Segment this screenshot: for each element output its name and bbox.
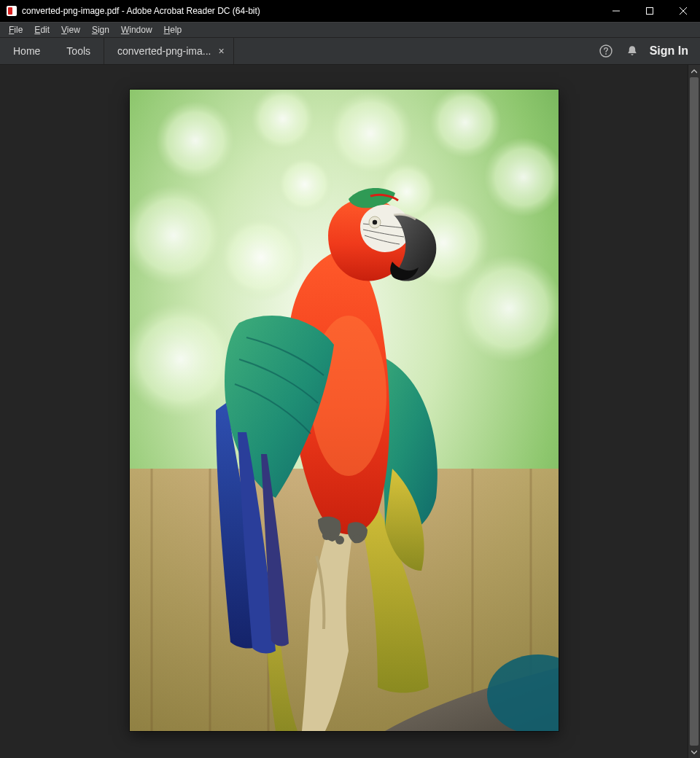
window-title: converted-png-image.pdf - Adobe Acrobat …	[22, 6, 260, 16]
svg-point-15	[454, 254, 559, 363]
bell-icon	[626, 44, 639, 58]
tab-tools[interactable]: Tools	[53, 38, 104, 64]
svg-point-13	[217, 214, 305, 301]
svg-rect-1	[647, 8, 653, 15]
scroll-thumb[interactable]	[690, 77, 699, 746]
menu-bar: File Edit View Sign Window Help	[0, 22, 700, 38]
tab-close-icon[interactable]: ×	[218, 45, 224, 57]
scroll-track[interactable]	[688, 77, 700, 746]
menu-help[interactable]: Help	[158, 23, 188, 36]
document-tab-label: converted-png-ima...	[117, 45, 211, 57]
scroll-down-button[interactable]	[688, 746, 700, 758]
maximize-button[interactable]	[633, 0, 666, 22]
close-button[interactable]	[666, 0, 700, 22]
help-button[interactable]	[597, 42, 615, 60]
svg-point-31	[372, 220, 376, 224]
svg-point-28	[335, 536, 344, 544]
title-bar: converted-png-image.pdf - Adobe Acrobat …	[0, 0, 700, 22]
chevron-up-icon	[691, 69, 697, 74]
minimize-button[interactable]	[599, 0, 633, 22]
svg-point-29	[353, 534, 362, 543]
tab-home[interactable]: Home	[0, 38, 53, 64]
close-icon	[680, 7, 687, 15]
document-tab[interactable]: converted-png-ima... ×	[104, 38, 234, 64]
menu-window[interactable]: Window	[115, 23, 158, 36]
notifications-button[interactable]	[623, 42, 641, 60]
app-window: converted-png-image.pdf - Adobe Acrobat …	[0, 0, 700, 758]
tab-bar: Home Tools converted-png-ima... × Sign I…	[0, 38, 700, 65]
svg-point-5	[605, 53, 607, 55]
pdf-page	[130, 90, 559, 731]
app-icon	[6, 5, 18, 17]
minimize-icon	[612, 7, 620, 15]
document-area	[0, 65, 700, 758]
menu-view[interactable]: View	[55, 23, 86, 36]
window-controls	[599, 0, 700, 22]
tab-bar-right: Sign In	[597, 38, 700, 64]
maximize-icon	[646, 7, 653, 15]
svg-point-17	[276, 155, 334, 214]
vertical-scrollbar[interactable]	[688, 65, 700, 758]
svg-point-27	[322, 531, 331, 540]
svg-point-7	[155, 101, 236, 181]
sign-in-button[interactable]: Sign In	[650, 44, 688, 58]
menu-sign[interactable]: Sign	[86, 23, 115, 36]
page-image	[130, 90, 559, 731]
menu-file[interactable]: File	[3, 23, 28, 36]
help-icon	[599, 44, 612, 58]
scroll-up-button[interactable]	[688, 65, 700, 77]
chevron-down-icon	[691, 749, 697, 755]
document-canvas[interactable]	[0, 65, 688, 758]
menu-edit[interactable]: Edit	[28, 23, 55, 36]
